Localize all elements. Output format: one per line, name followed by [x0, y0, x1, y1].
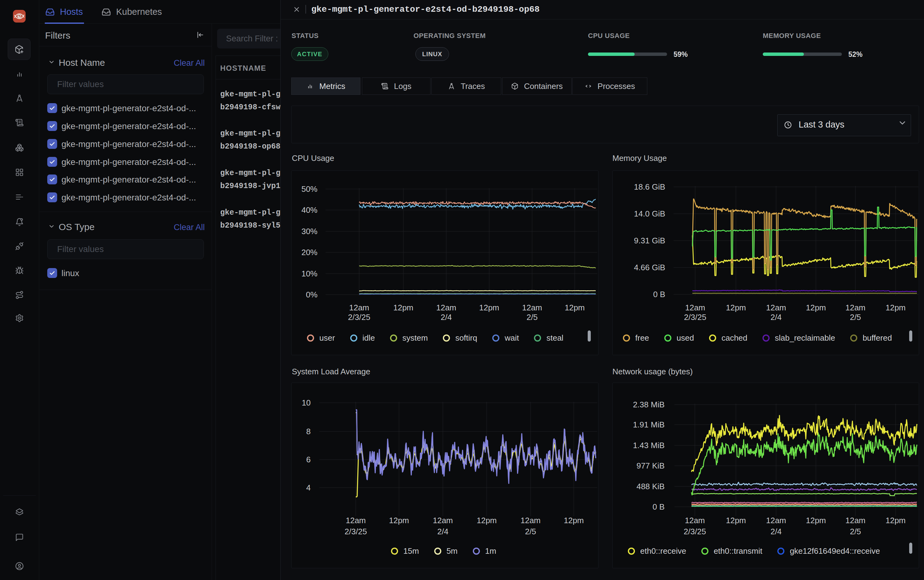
svg-text:12am: 12am — [436, 303, 456, 312]
svg-text:12pm: 12pm — [389, 516, 409, 525]
svg-text:12am: 12am — [845, 516, 865, 525]
svg-text:12pm: 12pm — [393, 303, 413, 312]
svg-text:2/4: 2/4 — [441, 313, 452, 322]
svg-text:12pm: 12pm — [565, 303, 585, 312]
svg-text:50%: 50% — [301, 185, 318, 194]
svg-text:12pm: 12pm — [885, 303, 906, 312]
svg-text:0%: 0% — [306, 290, 318, 299]
svg-text:2/4: 2/4 — [771, 313, 782, 322]
svg-text:12pm: 12pm — [726, 516, 746, 525]
svg-text:12pm: 12pm — [806, 303, 826, 312]
svg-text:2/5: 2/5 — [850, 313, 861, 322]
svg-text:12pm: 12pm — [806, 516, 826, 525]
svg-text:12am: 12am — [346, 516, 366, 525]
svg-text:2/5: 2/5 — [850, 527, 861, 536]
svg-text:20%: 20% — [301, 248, 318, 257]
svg-text:12am: 12am — [845, 303, 865, 312]
svg-text:12am: 12am — [349, 303, 369, 312]
svg-text:10: 10 — [302, 398, 311, 407]
svg-text:0 B: 0 B — [652, 502, 665, 511]
svg-text:12am: 12am — [685, 303, 705, 312]
svg-text:1.43 MiB: 1.43 MiB — [633, 441, 665, 450]
svg-text:2/3/25: 2/3/25 — [684, 527, 706, 536]
svg-text:2/3/25: 2/3/25 — [684, 313, 706, 322]
svg-text:12am: 12am — [522, 303, 542, 312]
svg-text:2/5: 2/5 — [527, 313, 538, 322]
svg-text:488 KiB: 488 KiB — [636, 482, 665, 491]
svg-text:10%: 10% — [301, 269, 318, 278]
svg-text:2.38 MiB: 2.38 MiB — [633, 400, 665, 409]
svg-text:4.66 GiB: 4.66 GiB — [634, 263, 665, 272]
svg-text:2/5: 2/5 — [525, 527, 536, 536]
svg-text:8: 8 — [306, 427, 311, 436]
svg-text:1.91 MiB: 1.91 MiB — [633, 420, 665, 429]
svg-text:40%: 40% — [301, 205, 318, 215]
svg-text:18.6 GiB: 18.6 GiB — [634, 182, 665, 191]
svg-text:12am: 12am — [685, 516, 705, 525]
svg-text:2/3/25: 2/3/25 — [345, 527, 367, 536]
svg-text:30%: 30% — [301, 227, 318, 236]
svg-text:12pm: 12pm — [563, 516, 584, 525]
svg-text:14.0 GiB: 14.0 GiB — [634, 209, 665, 218]
svg-text:2/4: 2/4 — [771, 527, 782, 536]
svg-text:977 KiB: 977 KiB — [636, 461, 665, 470]
svg-text:12am: 12am — [520, 516, 540, 525]
svg-text:2/4: 2/4 — [437, 527, 448, 536]
svg-text:12pm: 12pm — [885, 516, 906, 525]
svg-text:2/3/25: 2/3/25 — [348, 313, 370, 322]
svg-text:0 B: 0 B — [653, 290, 665, 299]
svg-text:12pm: 12pm — [479, 303, 499, 312]
svg-text:12pm: 12pm — [726, 303, 746, 312]
svg-text:4: 4 — [306, 483, 311, 492]
svg-text:12am: 12am — [766, 303, 786, 312]
svg-text:9.31 GiB: 9.31 GiB — [634, 236, 665, 245]
svg-text:6: 6 — [306, 455, 311, 464]
svg-text:12am: 12am — [766, 516, 786, 525]
svg-text:12pm: 12pm — [476, 516, 497, 525]
svg-text:12am: 12am — [433, 516, 453, 525]
